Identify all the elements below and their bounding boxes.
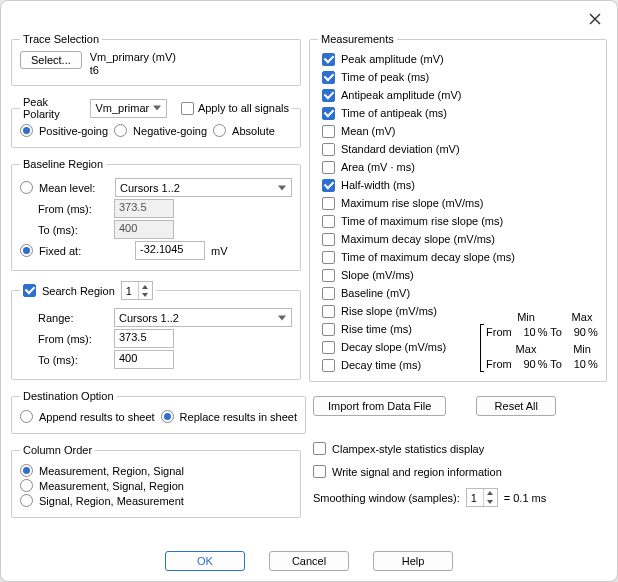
measurement-label: Time of maximum rise slope (ms) [341, 215, 503, 227]
smoothing-window-spinner[interactable]: 1 [466, 488, 498, 507]
measurement-row: Time of antipeak (ms) [322, 105, 598, 121]
measurement-label: Maximum rise slope (mV/ms) [341, 197, 483, 209]
dest-append-radio[interactable] [20, 410, 33, 423]
cancel-button[interactable]: Cancel [269, 551, 349, 571]
search-range-label: Range: [38, 312, 108, 324]
measurement-label: Maximum decay slope (mV/ms) [341, 233, 495, 245]
measurement-label: Time of antipeak (ms) [341, 107, 447, 119]
measurement-checkbox[interactable] [322, 305, 335, 318]
search-range-select[interactable]: Cursors 1..2 [114, 308, 292, 327]
col-order-2-radio[interactable] [20, 479, 33, 492]
search-to-label: To (ms): [38, 354, 108, 366]
measurement-checkbox[interactable] [322, 359, 335, 372]
write-signal-info-checkbox[interactable] [313, 465, 326, 478]
measurement-label: Area (mV · ms) [341, 161, 415, 173]
max-header: Max [566, 311, 598, 323]
col-order-3-label: Signal, Region, Measurement [39, 495, 184, 507]
write-signal-info-label: Write signal and region information [332, 466, 502, 478]
measurement-checkbox[interactable] [322, 53, 335, 66]
baseline-mean-level-radio[interactable] [20, 181, 33, 194]
search-from-input[interactable]: 373.5 [114, 329, 174, 348]
spinner-down-icon[interactable] [484, 498, 497, 507]
measurement-row: Maximum decay slope (mV/ms) [322, 231, 598, 247]
col-order-3-radio[interactable] [20, 494, 33, 507]
polarity-positive-radio[interactable] [20, 124, 33, 137]
measurement-checkbox[interactable] [322, 341, 335, 354]
decay-right-pct: 10 [564, 358, 586, 370]
measurement-row: Baseline (mV) [322, 285, 598, 301]
measurement-row: Peak amplitude (mV) [322, 51, 598, 67]
clampex-style-checkbox[interactable] [313, 442, 326, 455]
spinner-down-icon[interactable] [139, 291, 152, 300]
measurement-checkbox[interactable] [322, 197, 335, 210]
measurement-checkbox[interactable] [322, 251, 335, 264]
smoothing-window-equals: = 0.1 ms [504, 492, 547, 504]
rise-min-pct: 10 [514, 326, 536, 338]
dest-append-label: Append results to sheet [39, 411, 155, 423]
polarity-absolute-radio[interactable] [213, 124, 226, 137]
measurement-checkbox[interactable] [322, 125, 335, 138]
col-order-1-radio[interactable] [20, 464, 33, 477]
measurement-checkbox[interactable] [322, 107, 335, 120]
baseline-from-input[interactable]: 373.5 [114, 199, 174, 218]
measurement-checkbox[interactable] [322, 179, 335, 192]
baseline-region-group: Baseline Region Mean level: Cursors 1..2… [11, 158, 301, 271]
measurement-row: Antipeak amplitude (mV) [322, 87, 598, 103]
measurement-checkbox[interactable] [322, 269, 335, 282]
measurement-checkbox[interactable] [322, 143, 335, 156]
polarity-negative-radio[interactable] [114, 124, 127, 137]
measurement-checkbox[interactable] [322, 233, 335, 246]
min-header: Min [510, 311, 542, 323]
measurement-label: Peak amplitude (mV) [341, 53, 444, 65]
trace-selection-legend: Trace Selection [20, 33, 102, 45]
polarity-positive-label: Positive-going [39, 125, 108, 137]
help-button[interactable]: Help [373, 551, 453, 571]
polarity-negative-label: Negative-going [133, 125, 207, 137]
measurement-checkbox[interactable] [322, 323, 335, 336]
trace-id: t6 [90, 64, 176, 77]
baseline-region-legend: Baseline Region [20, 158, 106, 170]
right-column: Measurements Peak amplitude (mV)Time of … [309, 33, 607, 545]
baseline-fixed-radio[interactable] [20, 244, 33, 257]
measurement-label: Rise slope (mV/ms) [341, 305, 437, 317]
measurement-checkbox[interactable] [322, 161, 335, 174]
peak-polarity-signal-select[interactable]: Vm_primar [90, 99, 167, 118]
close-icon [589, 13, 601, 25]
measurement-checkbox[interactable] [322, 287, 335, 300]
ok-button[interactable]: OK [165, 551, 245, 571]
search-region-spinner[interactable]: 1 [121, 281, 153, 300]
search-region-checkbox[interactable] [23, 284, 36, 297]
spinner-up-icon[interactable] [139, 282, 152, 291]
search-region-group: Search Region 1 Range: Cursors 1..2 From… [11, 281, 301, 380]
import-from-data-file-button[interactable]: Import from Data File [313, 396, 446, 416]
select-trace-button[interactable]: Select... [20, 51, 82, 69]
baseline-to-label: To (ms): [38, 224, 108, 236]
destination-option-group: Destination Option Append results to she… [11, 390, 306, 434]
measurement-checkbox[interactable] [322, 71, 335, 84]
measurement-checkbox[interactable] [322, 89, 335, 102]
col-order-1-label: Measurement, Region, Signal [39, 465, 184, 477]
spinner-up-icon[interactable] [484, 489, 497, 498]
column-order-legend: Column Order [20, 444, 95, 456]
baseline-to-input[interactable]: 400 [114, 220, 174, 239]
baseline-mean-select[interactable]: Cursors 1..2 [115, 178, 292, 197]
measurement-label: Decay slope (mV/ms) [341, 341, 446, 353]
measurement-checkbox[interactable] [322, 215, 335, 228]
col-order-2-label: Measurement, Signal, Region [39, 480, 184, 492]
measurement-row: Area (mV · ms) [322, 159, 598, 175]
close-button[interactable] [583, 7, 607, 31]
dest-replace-radio[interactable] [161, 410, 174, 423]
baseline-fixed-label: Fixed at: [39, 245, 109, 257]
apply-all-signals-checkbox[interactable] [181, 102, 194, 115]
baseline-fixed-input[interactable]: -32.1045 [135, 241, 205, 260]
destination-option-legend: Destination Option [20, 390, 117, 402]
search-to-input[interactable]: 400 [114, 350, 174, 369]
left-column: Trace Selection Select... Vm_primary (mV… [11, 33, 301, 545]
slope-percentage-panel: Min Max From 10 % To 90 % Max [480, 311, 598, 373]
apply-all-signals-label: Apply to all signals [198, 102, 289, 114]
trace-selection-group: Trace Selection Select... Vm_primary (mV… [11, 33, 301, 86]
reset-all-button[interactable]: Reset All [476, 396, 556, 416]
peak-polarity-group: Peak Polarity Vm_primar Apply to all sig… [11, 96, 301, 148]
measurement-label: Antipeak amplitude (mV) [341, 89, 461, 101]
measurement-label: Rise time (ms) [341, 323, 412, 335]
